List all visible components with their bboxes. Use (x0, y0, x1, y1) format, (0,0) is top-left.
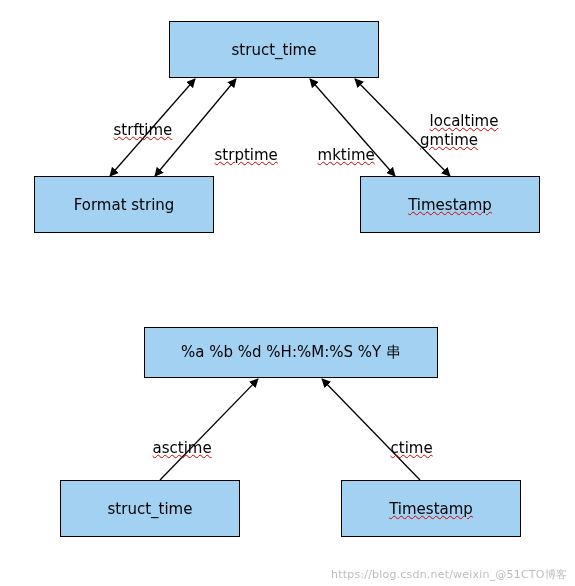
edge-label-mktime: mktime (308, 127, 375, 165)
node-struct-time-bottom: struct_time (60, 480, 240, 537)
node-struct-time-top: struct_time (169, 21, 379, 78)
text: localtime gmtime (420, 112, 498, 149)
text: strptime (215, 146, 278, 164)
edge-label-asctime: asctime (143, 420, 212, 458)
text: strftime (114, 121, 173, 139)
edge-label-localtime-gmtime: localtime gmtime (420, 93, 498, 149)
node-timestamp-bottom: Timestamp (341, 480, 521, 537)
node-label: Timestamp (389, 500, 473, 518)
text: mktime (318, 146, 375, 164)
node-label: %a %b %d %H:%M:%S %Y 串 (181, 343, 401, 362)
edge-label-strptime: strptime (205, 127, 278, 165)
node-label: Timestamp (408, 196, 492, 214)
edge-label-ctime: ctime (381, 420, 433, 458)
node-format-string-pattern: %a %b %d %H:%M:%S %Y 串 (144, 327, 438, 378)
node-timestamp-top: Timestamp (360, 176, 540, 233)
text: ctime (391, 439, 433, 457)
text: asctime (153, 439, 212, 457)
edge-label-strftime: strftime (104, 102, 172, 140)
node-label: Format string (74, 196, 175, 214)
node-label: struct_time (108, 500, 193, 518)
node-label: struct_time (232, 41, 317, 59)
node-format-string: Format string (34, 176, 214, 233)
watermark-text: https://blog.csdn.net/weixin_@51CTO博客 (331, 567, 567, 582)
